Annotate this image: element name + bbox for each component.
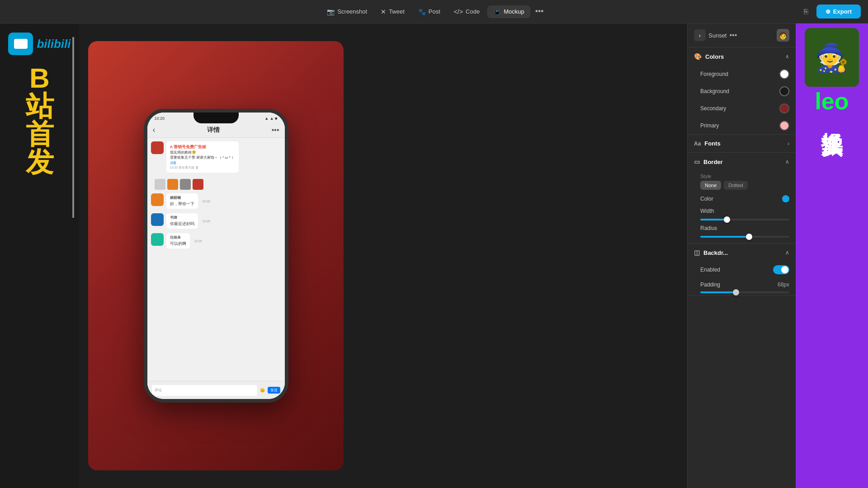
reaction-row xyxy=(151,177,281,193)
panel-header: › Sunset ••• 🧑 xyxy=(688,23,796,47)
radius-slider-track[interactable] xyxy=(700,236,789,238)
leo-name: leo xyxy=(815,89,849,113)
border-chevron: ∧ xyxy=(785,159,789,165)
background-label: Background xyxy=(700,88,729,94)
border-label: Border xyxy=(703,159,723,165)
padding-label: Padding xyxy=(700,282,720,288)
c2-time: 10:20 xyxy=(203,220,211,223)
enabled-toggle[interactable] xyxy=(773,265,789,274)
c3-time: 10:20 xyxy=(194,239,203,243)
c2-avatar xyxy=(151,213,164,226)
post-tool-btn[interactable]: 🐾 Post xyxy=(412,5,447,18)
bilibili-tv-icon xyxy=(8,33,33,55)
border-color-swatch[interactable] xyxy=(782,195,789,202)
topbar: 📷 Screenshot ✕ Tweet 🐾 Post </> Code 📱 M… xyxy=(0,0,868,23)
primary-row: Primary xyxy=(688,117,796,134)
back-btn[interactable]: ‹ xyxy=(153,125,156,135)
sidebar-char-3: 首 xyxy=(26,120,54,148)
export-icon: ⊕ xyxy=(826,8,830,15)
bilibili-text: bilibili xyxy=(37,37,71,51)
screenshot-tool-btn[interactable]: 📷 Screenshot xyxy=(321,5,373,18)
background-swatch[interactable] xyxy=(779,86,789,96)
wechat-more-btn[interactable]: ••• xyxy=(272,126,279,134)
fonts-icon: Aa xyxy=(694,141,701,147)
backdrop-section-header[interactable]: ◫ Backdr... ∧ xyxy=(688,244,796,262)
fonts-section-header[interactable]: Aa Fonts › xyxy=(688,135,796,152)
fonts-label: Fonts xyxy=(704,140,720,147)
vertical-divider xyxy=(72,37,74,218)
enabled-row: Enabled xyxy=(688,262,796,278)
secondary-swatch[interactable] xyxy=(779,103,789,113)
topbar-right: ⎘ ⊕ Export xyxy=(800,5,861,19)
panel-title: Sunset xyxy=(708,32,726,39)
secondary-label: Secondary xyxy=(700,105,726,112)
padding-value: 68px xyxy=(778,282,789,288)
reaction-3 xyxy=(180,179,191,190)
send-btn[interactable]: 发送 xyxy=(268,387,280,394)
ad-comment: A 营销号免费广告姬 我实用的教程😤 需要收集五个赞 谢谢大家啦～（＾ω＾） 消… xyxy=(151,141,281,173)
more-tools-btn[interactable]: ••• xyxy=(532,5,547,18)
enabled-label: Enabled xyxy=(700,267,720,273)
code-tool-btn[interactable]: </> Code xyxy=(448,5,486,18)
backdrop-chevron: ∧ xyxy=(785,249,789,256)
secondary-row: Secondary xyxy=(688,100,796,117)
post-icon: 🐾 xyxy=(418,8,426,15)
padding-slider-track[interactable] xyxy=(700,291,789,293)
comment-2: 书涛 你最近还好吗 10:20 xyxy=(151,213,281,229)
width-slider-fill xyxy=(700,219,727,221)
right-area: › Sunset ••• 🧑 🎨 Colors ∧ Foreground xyxy=(687,23,868,488)
style-row: Style None Dotted xyxy=(688,171,796,192)
c2-text: 你最近还好吗 xyxy=(170,221,194,227)
fonts-chevron: › xyxy=(788,141,789,147)
export-btn[interactable]: ⊕ Export xyxy=(816,5,861,19)
foreground-label: Foreground xyxy=(700,71,728,77)
width-prop-row: Width xyxy=(688,205,796,217)
reaction-4 xyxy=(193,179,203,190)
colors-section: 🎨 Colors ∧ Foreground Background Seconda… xyxy=(688,47,796,135)
padding-slider-thumb[interactable] xyxy=(733,289,739,296)
radius-slider-thumb[interactable] xyxy=(746,234,752,240)
border-section-header[interactable]: ▭ Border ∧ xyxy=(688,153,796,171)
padding-slider-row xyxy=(688,290,796,295)
ad-avatar xyxy=(151,141,164,154)
c3-avatar xyxy=(151,233,164,246)
c1-text: 好，帮你一下 xyxy=(170,201,194,207)
panel-back-btn[interactable]: › xyxy=(694,29,706,41)
phone-signals: ▲ ▲ ■ xyxy=(264,116,277,121)
comment-1: 婉丽楠 好，帮你一下 10:20 xyxy=(151,193,281,209)
width-slider-track[interactable] xyxy=(700,219,789,221)
primary-swatch[interactable] xyxy=(779,121,789,131)
border-dotted-btn[interactable]: Dotted xyxy=(724,181,747,190)
leo-avatar: 🧙 xyxy=(805,28,859,87)
colors-section-header[interactable]: 🎨 Colors ∧ xyxy=(688,47,796,66)
mockup-tool-btn[interactable]: 📱 Mockup xyxy=(487,5,531,18)
wechat-input-bar: 评论 😊 发送 xyxy=(147,381,285,399)
c3-name: 任拾杀 xyxy=(170,235,186,240)
phone-notch xyxy=(193,113,239,123)
colors-chevron: ∧ xyxy=(785,53,789,60)
copy-btn[interactable]: ⎘ xyxy=(800,6,812,18)
border-options: None Dotted xyxy=(700,181,789,190)
style-label: Style xyxy=(700,174,789,179)
width-slider-thumb[interactable] xyxy=(724,216,730,223)
ad-bubble: A 营销号免费广告姬 我实用的教程😤 需要收集五个赞 谢谢大家啦～（＾ω＾） 消… xyxy=(166,141,239,173)
emoji-icon[interactable]: 😊 xyxy=(260,388,265,393)
screenshot-icon: 📷 xyxy=(327,8,335,15)
tweet-tool-btn[interactable]: ✕ Tweet xyxy=(374,5,411,18)
ad-text1: 我实用的教程😤 xyxy=(170,150,235,155)
border-none-btn[interactable]: None xyxy=(700,181,721,190)
leo-card: 🧙 leo 实操派 xyxy=(796,23,868,488)
c2-bubble: 书涛 你最近还好吗 xyxy=(166,213,198,229)
foreground-swatch[interactable] xyxy=(779,69,789,79)
thumbnail-card: ‹ 详情 ••• 10:20 ▲ ▲ ■ xyxy=(88,41,344,470)
panel-menu-btn[interactable]: ••• xyxy=(729,31,737,39)
border-width-label: Width xyxy=(700,208,714,214)
comment-input[interactable]: 评论 xyxy=(152,385,257,396)
main-area: bilibili B 站 首 发 ‹ xyxy=(0,23,868,488)
ad-text2: 需要收集五个赞 谢谢大家啦～（＾ω＾） xyxy=(170,155,235,160)
sidebar-char-1: B xyxy=(29,64,50,92)
backdrop-label: Backdr... xyxy=(703,249,728,256)
padding-slider-fill xyxy=(700,291,736,293)
primary-label: Primary xyxy=(700,122,719,129)
phone-screen: ‹ 详情 ••• 10:20 ▲ ▲ ■ xyxy=(147,113,285,399)
